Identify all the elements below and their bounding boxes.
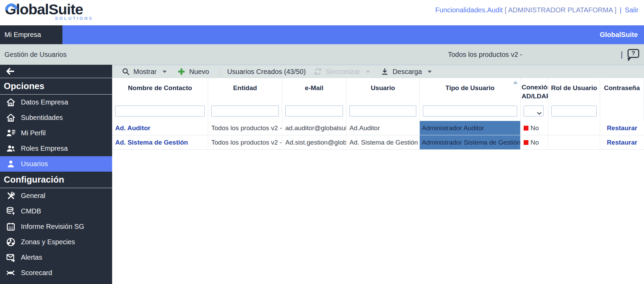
sync-icon bbox=[313, 67, 323, 76]
sidebar-item-cmdb[interactable]: CMDB bbox=[0, 203, 112, 219]
sidebar-item-label: Alertas bbox=[21, 254, 42, 261]
cell-contact-link[interactable]: Ad. Auditor bbox=[112, 121, 208, 135]
primary-nav-bar: Mi Empresa GlobalSuite bbox=[0, 25, 644, 44]
sidebar-item-label: Roles Empresa bbox=[21, 145, 68, 152]
functionality-link[interactable]: Funcionalidades.Audit bbox=[435, 6, 503, 14]
cell-user-type: Administrador Auditor bbox=[420, 121, 521, 135]
cell-role bbox=[548, 121, 600, 135]
cell-ad-ldap: No bbox=[521, 135, 548, 150]
globalsuite-logo: GlobalSuite SOLUTIONS bbox=[5, 1, 108, 21]
sidebar-item-mi-perfil[interactable]: Mi Perfil bbox=[0, 125, 112, 141]
new-user-button[interactable]: Nuevo bbox=[177, 67, 209, 76]
sidebar-item-label: Scorecard bbox=[21, 269, 52, 277]
filter-cell-role bbox=[548, 103, 600, 121]
filter-cell-email bbox=[282, 103, 346, 121]
sidebar-item-usuarios[interactable]: Usuarios bbox=[0, 156, 112, 172]
filter-input-email[interactable] bbox=[285, 106, 343, 116]
column-header-role[interactable]: Rol de Usuario bbox=[548, 78, 600, 103]
cell-entity: Todos los productos v2 - bbox=[208, 121, 282, 135]
chevron-down-icon bbox=[366, 71, 370, 73]
cell-role bbox=[548, 135, 600, 150]
chevron-down-icon bbox=[163, 71, 167, 73]
sort-asc-icon bbox=[513, 81, 518, 84]
column-header-contact[interactable]: Nombre de Contacto bbox=[112, 78, 208, 103]
filter-select-ad-ldap[interactable] bbox=[524, 106, 544, 116]
nav-brand-text: GlobalSuite bbox=[600, 25, 638, 44]
database-icon bbox=[6, 207, 15, 216]
account-separator: | bbox=[618, 6, 623, 14]
arrow-left-icon bbox=[5, 66, 15, 76]
restore-password-link[interactable]: Restaurar bbox=[607, 139, 637, 146]
toolbar: Mostrar Nuevo Usuarios Creados (43/50) S… bbox=[112, 65, 644, 78]
user-icon bbox=[6, 159, 15, 169]
filter-cell-password bbox=[600, 103, 644, 121]
page-bar: Gestión de Usuarios Todos los productos … bbox=[0, 44, 644, 65]
sidebar-item-roles-empresa[interactable]: Roles Empresa bbox=[0, 141, 112, 156]
sidebar-section-configuracion: Configuración bbox=[0, 172, 112, 188]
column-header-user-type-label: Tipo de Usuario bbox=[445, 84, 494, 91]
filter-cell-user-type bbox=[420, 103, 521, 121]
sidebar-item-label: Informe Revisión SG bbox=[21, 223, 84, 231]
cell-contact-link[interactable]: Ad. Sistema de Gestión bbox=[112, 135, 208, 150]
filter-input-user-type[interactable] bbox=[423, 106, 517, 116]
calendar-icon bbox=[6, 222, 15, 231]
sidebar-item-datos-empresa[interactable]: Datos Empresa bbox=[0, 95, 112, 110]
column-header-entity[interactable]: Entidad bbox=[208, 78, 282, 103]
home-icon bbox=[6, 113, 15, 122]
new-label: Nuevo bbox=[189, 68, 209, 76]
logo-brand-text: GlobalSuite bbox=[5, 1, 108, 17]
help-bubble-icon[interactable]: ? bbox=[628, 49, 639, 58]
column-header-password[interactable]: Contraseña bbox=[600, 78, 644, 103]
show-label: Mostrar bbox=[133, 68, 157, 76]
toolbar-divider bbox=[219, 67, 220, 76]
cell-password: Restaurar bbox=[600, 121, 644, 135]
download-button[interactable]: Descarga bbox=[380, 67, 432, 76]
sidebar-item-label: CMDB bbox=[21, 207, 41, 215]
sync-label: Sincronizar bbox=[326, 68, 360, 76]
filter-cell-entity bbox=[208, 103, 282, 121]
page-title: Gestión de Usuarios bbox=[0, 51, 67, 59]
sidebar-collapse-button[interactable] bbox=[0, 65, 112, 78]
sidebar-item-label: Datos Empresa bbox=[21, 98, 68, 106]
search-icon bbox=[121, 67, 130, 76]
sidebar-item-label: General bbox=[21, 192, 45, 200]
column-header-ad-ldap[interactable]: Conexión AD/LDAP bbox=[521, 78, 548, 103]
cell-password: Restaurar bbox=[600, 135, 644, 150]
filter-cell-contact bbox=[112, 103, 208, 121]
filter-input-user[interactable] bbox=[349, 106, 416, 116]
sidebar-item-label: Usuarios bbox=[21, 160, 48, 168]
trend-lines-icon bbox=[6, 268, 15, 277]
column-header-email[interactable]: e-Mail bbox=[282, 78, 346, 103]
sidebar-item-scorecard[interactable]: Scorecard bbox=[0, 265, 112, 281]
sidebar-item-informe-revision-sg[interactable]: Informe Revisión SG bbox=[0, 219, 112, 234]
chevron-down-icon bbox=[428, 71, 432, 73]
sidebar-item-alertas[interactable]: Alertas bbox=[0, 250, 112, 265]
sidebar-item-subentidades[interactable]: Subentidades bbox=[0, 110, 112, 125]
restore-password-link[interactable]: Restaurar bbox=[607, 124, 637, 132]
filter-input-entity[interactable] bbox=[211, 106, 279, 116]
sidebar-item-label: Subentidades bbox=[21, 114, 63, 122]
globe-icon bbox=[6, 237, 15, 247]
cell-entity: Todos los productos v2 - bbox=[208, 135, 282, 150]
plus-icon bbox=[177, 67, 186, 76]
column-header-user[interactable]: Usuario bbox=[346, 78, 420, 103]
tab-mi-empresa[interactable]: Mi Empresa bbox=[0, 25, 62, 44]
cell-email: ad.auditor@globalsui bbox=[282, 121, 346, 135]
sync-button[interactable]: Sincronizar bbox=[313, 67, 370, 76]
logout-link[interactable]: Salir bbox=[625, 6, 639, 14]
filter-input-role[interactable] bbox=[551, 106, 597, 116]
users-table: Nombre de Contacto Entidad e-Mail Usuari… bbox=[112, 78, 644, 150]
cell-user: Ad. Sistema de Gestión bbox=[346, 135, 420, 150]
help-bubble-tail bbox=[628, 58, 631, 61]
sidebar-item-general[interactable]: General bbox=[0, 188, 112, 203]
top-header: GlobalSuite SOLUTIONS Funcionalidades.Au… bbox=[0, 0, 644, 25]
account-bar: Funcionalidades.Audit [ ADMINISTRADOR PL… bbox=[435, 6, 639, 14]
column-header-user-type[interactable]: Tipo de Usuario bbox=[420, 78, 521, 103]
download-icon bbox=[380, 67, 390, 76]
content-area: Mostrar Nuevo Usuarios Creados (43/50) S… bbox=[112, 65, 644, 284]
show-button[interactable]: Mostrar bbox=[121, 67, 167, 76]
sidebar-item-zonas-y-especies[interactable]: Zonas y Especies bbox=[0, 234, 112, 250]
tools-icon bbox=[6, 191, 15, 200]
filter-cell-ad-ldap bbox=[521, 103, 548, 121]
filter-input-contact[interactable] bbox=[115, 106, 205, 116]
